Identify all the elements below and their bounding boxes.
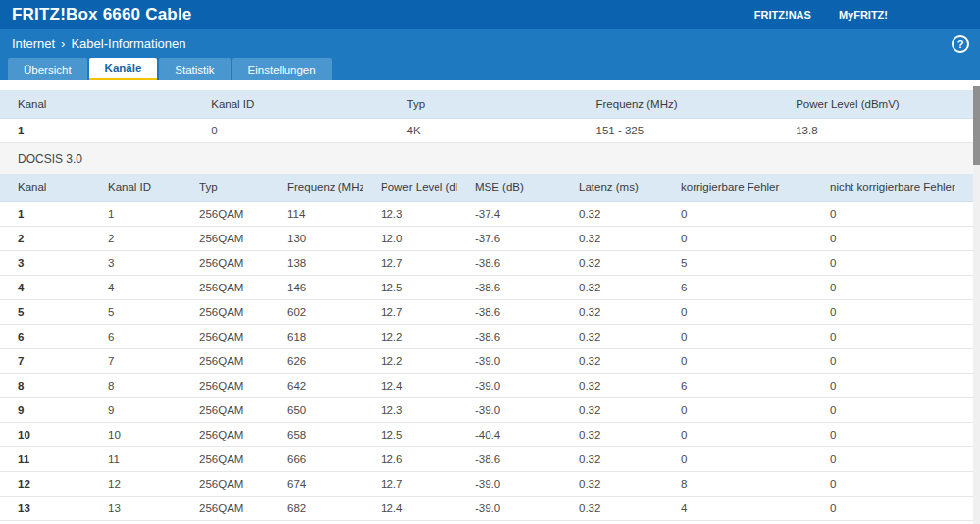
- table-cell: 256QAM: [181, 497, 270, 521]
- table-cell: 2: [0, 227, 90, 251]
- table-cell: 12.7: [363, 300, 457, 325]
- table-cell: 4K: [389, 119, 579, 143]
- breadcrumb-section[interactable]: Internet: [12, 36, 55, 51]
- help-icon[interactable]: ?: [952, 35, 969, 53]
- table-cell: -37.6: [457, 227, 561, 251]
- table-cell: 12.3: [363, 202, 457, 227]
- table-cell: 13: [0, 497, 90, 521]
- table-cell: 6: [90, 325, 181, 349]
- table-cell: 7: [0, 349, 90, 374]
- breadcrumb: Internet›Kabel-Informationen: [12, 36, 186, 51]
- table-cell: 0: [812, 202, 980, 227]
- table-cell: 0: [812, 251, 980, 276]
- table-cell: 5: [663, 251, 812, 276]
- table-cell: 256QAM: [181, 472, 270, 497]
- table-cell: 642: [270, 374, 363, 398]
- table-cell: 0: [663, 349, 812, 374]
- table-cell: 13: [90, 497, 181, 521]
- table-cell: 0: [663, 423, 812, 447]
- table-cell: 4: [90, 276, 181, 300]
- column-header: korrigierbare Fehler: [663, 174, 812, 202]
- table-cell: 4: [663, 497, 812, 521]
- table-cell: 5: [0, 300, 90, 325]
- fritznas-link[interactable]: FRITZ!NAS: [754, 9, 811, 21]
- column-header: Typ: [389, 90, 579, 119]
- table-cell: 10: [90, 423, 181, 447]
- table-cell: 0.32: [561, 202, 663, 227]
- table-cell: 256QAM: [181, 423, 270, 447]
- table-cell: 0.32: [561, 325, 663, 349]
- table-cell: 0: [663, 325, 812, 349]
- table-cell: 11: [90, 447, 181, 472]
- table-cell: 256QAM: [181, 349, 270, 374]
- table-cell: 138: [270, 251, 363, 276]
- table-cell: 256QAM: [181, 227, 270, 251]
- tab-kanaele[interactable]: Kanäle: [89, 58, 158, 80]
- myfritz-link[interactable]: MyFRITZ!: [839, 9, 888, 21]
- table-cell: 0.32: [561, 472, 663, 497]
- table-cell: 0: [812, 276, 980, 300]
- table-cell: 0.32: [561, 447, 663, 472]
- table-cell: -38.6: [457, 251, 561, 276]
- column-header: Latenz (ms): [561, 174, 663, 202]
- table-cell: -39.0: [457, 472, 561, 497]
- table-row: 104K151 - 32513.8: [0, 119, 980, 143]
- tab-statistik[interactable]: Statistik: [159, 58, 230, 80]
- table-cell: 0: [812, 349, 980, 374]
- scrollbar-thumb[interactable]: [973, 86, 980, 165]
- table-cell: 12.2: [363, 349, 457, 374]
- app-title: FRITZ!Box 6660 Cable: [12, 5, 192, 25]
- table-cell: 13.8: [778, 119, 980, 143]
- table-row: 1313256QAM68212.4-39.00.3240: [0, 497, 980, 521]
- table-cell: 0: [812, 325, 980, 349]
- table-row: 1010256QAM65812.5-40.40.3200: [0, 423, 980, 447]
- table-cell: 3: [90, 251, 181, 276]
- table-row: 44256QAM14612.5-38.60.3260: [0, 276, 980, 300]
- table-cell: 666: [270, 447, 363, 472]
- table-cell: 0.32: [561, 374, 663, 398]
- table-row: 88256QAM64212.4-39.00.3260: [0, 374, 980, 398]
- table-cell: 1: [0, 202, 90, 227]
- table-cell: 256QAM: [181, 325, 270, 349]
- table-cell: 256QAM: [181, 374, 270, 398]
- table-cell: 12.7: [363, 472, 457, 497]
- table-cell: 12.3: [363, 398, 457, 423]
- table-cell: 6: [663, 276, 812, 300]
- table-cell: 256QAM: [181, 447, 270, 472]
- table-cell: -39.0: [457, 398, 561, 423]
- table-cell: 8: [90, 374, 181, 398]
- table-cell: 0: [812, 447, 980, 472]
- table-cell: 256QAM: [181, 202, 270, 227]
- table-cell: 0: [812, 497, 980, 521]
- tab-einstellungen[interactable]: Einstellungen: [232, 58, 332, 80]
- table-cell: 0: [812, 374, 980, 398]
- table-cell: 658: [270, 423, 363, 447]
- table-cell: 0.32: [561, 251, 663, 276]
- table-cell: 1: [0, 119, 193, 143]
- table-cell: 9: [90, 398, 181, 423]
- table-cell: -37.4: [457, 202, 561, 227]
- tab-uebersicht[interactable]: Übersicht: [8, 58, 87, 80]
- column-header: MSE (dB): [457, 174, 561, 202]
- docsis31-table: KanalKanal IDTypFrequenz (MHz)Power Leve…: [0, 90, 980, 143]
- table-cell: 0.32: [561, 227, 663, 251]
- table-header-row: KanalKanal IDTypFrequenz (MHz)Power Leve…: [0, 174, 980, 202]
- top-links: FRITZ!NAS MyFRITZ!: [754, 9, 980, 21]
- table-cell: 9: [0, 398, 90, 423]
- table-cell: 0.32: [561, 497, 663, 521]
- table-cell: 0.32: [561, 423, 663, 447]
- table-cell: 0.32: [561, 349, 663, 374]
- table-cell: 674: [270, 472, 363, 497]
- table-cell: -39.0: [457, 349, 561, 374]
- table-cell: 0: [663, 227, 812, 251]
- table-cell: 682: [270, 497, 363, 521]
- scrollbar[interactable]: [973, 86, 980, 524]
- column-header: Typ: [181, 174, 270, 202]
- table-cell: 0.32: [561, 398, 663, 423]
- table-cell: 0: [812, 423, 980, 447]
- column-header: Frequenz (MHz): [270, 174, 363, 202]
- table-cell: 8: [663, 472, 812, 497]
- table-cell: 0: [812, 398, 980, 423]
- table-cell: 0: [812, 472, 980, 497]
- table-cell: 12.2: [363, 325, 457, 349]
